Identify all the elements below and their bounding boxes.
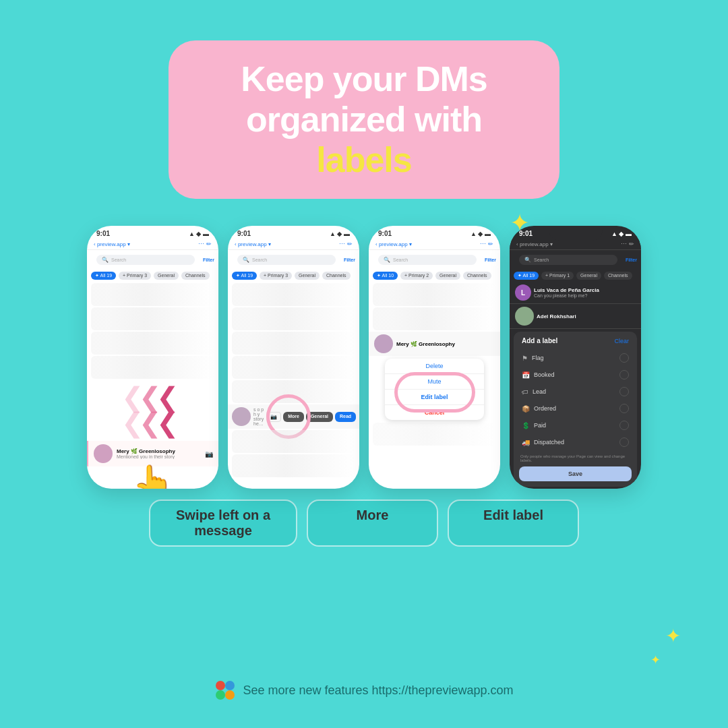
phone-3-actions: ⋯ ✏ (480, 241, 493, 247)
dark-msg-2: Adel Rokhshari (510, 304, 641, 329)
mute-btn[interactable]: Mute (385, 374, 484, 390)
phone-4-search[interactable]: 🔍 Search (519, 255, 617, 265)
panel-clear[interactable]: Clear (614, 338, 629, 344)
phone-1-icons: ▲ ◆ ▬ (189, 231, 209, 237)
label-lead[interactable]: 🏷 Lead (519, 384, 632, 400)
tab-primary[interactable]: + Primary 3 (119, 272, 151, 280)
tab-all[interactable]: ✦ All 19 (91, 272, 116, 280)
title-line1: Keep your DMs (241, 59, 487, 98)
msg-row-2-4 (232, 356, 355, 379)
label-note: Only people who manage your Page can vie… (519, 454, 632, 462)
phone-4-screen: 9:01 ▲ ◆ ▬ ‹ preview.app ▾ ⋯ ✏ 🔍 Search … (510, 226, 641, 489)
svg-point-1 (225, 681, 235, 690)
label-flag-name: Flag (532, 355, 544, 361)
tab-general[interactable]: General (154, 272, 179, 280)
msg-row-2-2 (232, 307, 355, 330)
label-booked[interactable]: 📅 Booked (519, 367, 632, 384)
phone-2-notch (267, 226, 321, 241)
cancel-btn[interactable]: Cancel (385, 405, 484, 420)
filter-btn-4[interactable]: Filter (626, 257, 637, 262)
phone-1-notch (126, 226, 180, 241)
phone-3-search[interactable]: 🔍 Search (378, 255, 477, 265)
booked-radio[interactable] (619, 370, 629, 380)
hand-pointer: 👆 (87, 463, 218, 489)
phone-1-back[interactable]: ‹ preview.app ▾ (94, 241, 130, 247)
msg-row-3 (91, 332, 214, 355)
svg-point-2 (216, 690, 225, 700)
chevrons: ❮ ❮ ❮ ❮ ❮ ❮ (87, 382, 218, 438)
label-booked-left: 📅 Booked (522, 371, 555, 379)
tab-general-2[interactable]: General (295, 272, 320, 280)
panel-header: Add a label Clear (519, 337, 632, 344)
general-button[interactable]: General (306, 412, 333, 422)
delete-btn[interactable]: Delete (385, 359, 484, 374)
dispatched-icon: 🚚 (522, 439, 530, 446)
label-ordered[interactable]: 📦 Ordered (519, 400, 632, 417)
msg-row-2-1 (232, 283, 355, 306)
tab-general-4[interactable]: General (576, 272, 601, 280)
tab-all-3[interactable]: ✦ All 10 (373, 272, 398, 280)
msg-row-3-1 (373, 283, 496, 306)
save-button[interactable]: Save (519, 466, 632, 481)
search-icon-2: 🔍 (243, 257, 249, 263)
phone-2-search[interactable]: 🔍 Search (237, 255, 336, 265)
ordered-radio[interactable] (619, 404, 629, 413)
label-paid[interactable]: 💲 Paid (519, 417, 632, 434)
phone-4-back[interactable]: ‹ preview.app ▾ (516, 241, 553, 247)
swipe-msg-preview: s o p h y story he… (253, 407, 264, 426)
footer-text: See more new features https://thepreview… (243, 684, 513, 698)
phone-2-icons: ▲ ◆ ▬ (330, 231, 350, 237)
phone-3-back[interactable]: ‹ preview.app ▾ (375, 241, 412, 247)
filter-btn-2[interactable]: Filter (344, 257, 355, 262)
add-label-panel: Add a label Clear ⚑ Flag 📅 (514, 332, 637, 487)
step-label-3: Edit label (448, 499, 579, 547)
header-section: Keep your DMs organized with labels (169, 40, 559, 199)
label-dispatched[interactable]: 🚚 Dispatched (519, 434, 632, 450)
tab-channels-2[interactable]: Channels (322, 272, 351, 280)
phone-1-search[interactable]: 🔍 Search (96, 255, 195, 265)
read-button[interactable]: Read (335, 412, 356, 422)
tab-channels-3[interactable]: Channels (463, 272, 491, 280)
tab-general-3[interactable]: General (435, 272, 460, 280)
header-title: Keep your DMs organized with labels (209, 59, 519, 180)
swipe-avatar (232, 407, 251, 426)
ordered-icon: 📦 (522, 405, 530, 413)
context-trigger-row: Mery 🌿 Greenlosophy (369, 332, 500, 356)
tab-channels[interactable]: Channels (181, 272, 210, 280)
lead-radio[interactable] (619, 387, 629, 396)
phone-3-icons: ▲ ◆ ▬ (471, 231, 491, 237)
tab-primary-2[interactable]: + Primary 3 (260, 272, 292, 280)
phone-1-actions: ⋯ ✏ (198, 241, 212, 247)
search-icon-4: 🔍 (524, 257, 531, 263)
tab-channels-4[interactable]: Channels (604, 272, 632, 280)
filter-btn-3[interactable]: Filter (485, 257, 496, 262)
filter-btn[interactable]: Filter (203, 257, 214, 262)
edit-label-btn[interactable]: Edit label (385, 390, 484, 405)
msg-row-3-2 (373, 307, 496, 330)
tab-primary-4[interactable]: + Primary 1 (541, 272, 574, 280)
paid-radio[interactable] (619, 421, 629, 430)
flag-radio[interactable] (619, 353, 629, 363)
step-label-1: Swipe left on a message (149, 499, 297, 547)
phone-3-time: 9:01 (378, 230, 392, 237)
dispatched-radio[interactable] (619, 437, 629, 447)
msg-preview: Mentioned you in their story (117, 454, 201, 459)
label-dispatched-name: Dispatched (534, 439, 564, 446)
tab-all-4[interactable]: ✦ All 19 (514, 272, 539, 280)
tab-primary-3[interactable]: + Primary 2 (400, 272, 433, 280)
swipe-row-container: s o p h y story he… 📷 More General Read (228, 404, 359, 429)
msg-row-3-3 (373, 423, 496, 446)
tab-all-2[interactable]: ✦ All 19 (232, 272, 257, 280)
phone-2-back[interactable]: ‹ preview.app ▾ (235, 241, 271, 247)
avatar-mery (94, 444, 113, 463)
more-button[interactable]: More (283, 412, 304, 422)
phone-3-notch (408, 226, 462, 241)
step-3-text: Edit label (483, 508, 543, 522)
phone-1-tabs: ✦ All 19 + Primary 3 General Channels (87, 270, 218, 282)
sparkle-4: ✦ (650, 653, 661, 667)
booked-icon: 📅 (522, 371, 530, 379)
label-flag[interactable]: ⚑ Flag (519, 350, 632, 367)
phone-4-time: 9:01 (519, 230, 533, 237)
label-paid-left: 💲 Paid (522, 422, 546, 429)
msg-name: Mery 🌿 Greenlosophy (117, 448, 201, 454)
